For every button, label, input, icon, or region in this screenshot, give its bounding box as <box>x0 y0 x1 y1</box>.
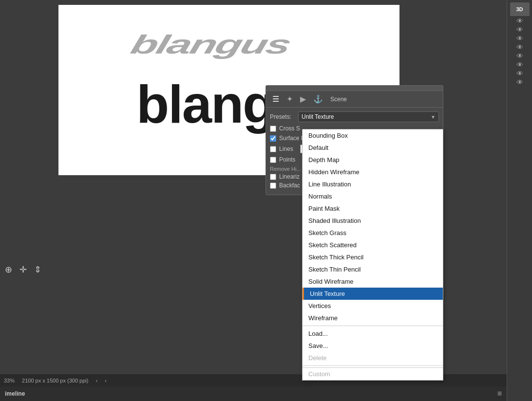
panel-title <box>266 86 443 91</box>
bottom-bar: imeline ≡ <box>0 386 507 401</box>
hamburger-icon[interactable]: ≡ <box>497 389 502 398</box>
scale-icon[interactable]: ⇕ <box>34 264 41 275</box>
3d-button[interactable]: 3D <box>510 2 530 16</box>
eye-icon-5[interactable]: 👁 <box>516 52 523 60</box>
zoom-level: 33% <box>4 378 15 383</box>
dropdown-action-load[interactable]: Load... <box>303 328 443 340</box>
dropdown-item-sketch-grass[interactable]: Sketch Grass <box>303 227 443 239</box>
dropdown-separator-1 <box>303 326 443 326</box>
eye-icon-2[interactable]: 👁 <box>516 26 523 34</box>
timeline-label: imeline <box>5 390 25 397</box>
lines-label: Lines <box>279 146 293 152</box>
presets-dropdown-list[interactable]: Bounding Box Default Depth Map Hidden Wi… <box>302 129 443 381</box>
transform-icons-group: ⊕ ✛ ⇕ <box>5 264 41 275</box>
points-checkbox[interactable] <box>270 157 276 163</box>
camera-tab-icon[interactable]: ▶ <box>298 93 308 105</box>
eye-icon-4[interactable]: 👁 <box>516 43 523 51</box>
eye-icon-8[interactable]: 👁 <box>516 78 523 86</box>
canvas-dimensions: 2100 px x 1500 px (300 ppi) <box>22 378 88 383</box>
presets-label: Presets: <box>270 113 294 120</box>
dropdown-item-shaded-illustration[interactable]: Shaded Illustration <box>303 215 443 227</box>
dropdown-item-solid-wireframe[interactable]: Solid Wireframe <box>303 275 443 288</box>
dropdown-action-save[interactable]: Save... <box>303 340 443 352</box>
dropdown-item-paint-mask[interactable]: Paint Mask <box>303 202 443 215</box>
dropdown-action-delete[interactable]: Delete <box>303 352 443 364</box>
presets-value: Unlit Texture <box>302 113 334 120</box>
dropdown-item-sketch-thick-pencil[interactable]: Sketch Thick Pencil <box>303 251 443 263</box>
backface-checkbox[interactable] <box>270 182 276 189</box>
dropdown-item-hidden-wireframe[interactable]: Hidden Wireframe <box>303 166 443 178</box>
eye-icon-1[interactable]: 👁 <box>516 17 523 25</box>
dropdown-arrow-icon: ▼ <box>431 114 436 120</box>
dropdown-item-sketch-thin-pencil[interactable]: Sketch Thin Pencil <box>303 263 443 275</box>
presets-dropdown[interactable]: Unlit Texture ▼ <box>298 111 439 122</box>
rotate-icon[interactable]: ⊕ <box>5 264 12 275</box>
anchor-tab-icon[interactable]: ⚓ <box>311 93 325 105</box>
backface-label: Backfac <box>279 182 300 189</box>
lineariz-label: Lineariz <box>279 173 300 180</box>
dropdown-item-depth-map[interactable]: Depth Map <box>303 154 443 166</box>
panel-tabs: ☰ ✦ ▶ ⚓ Scene <box>266 91 443 108</box>
nav-arrow-right[interactable]: › <box>95 378 97 383</box>
dropdown-separator-2 <box>303 365 443 366</box>
eye-icon-7[interactable]: 👁 <box>516 70 523 77</box>
dropdown-item-wireframe[interactable]: Wireframe <box>303 312 443 324</box>
cross-section-label: Cross S <box>279 125 300 132</box>
lines-checkbox[interactable] <box>270 146 276 152</box>
dropdown-item-default[interactable]: Default <box>303 142 443 154</box>
dropdown-item-bounding-box[interactable]: Bounding Box <box>303 129 443 142</box>
dropdown-item-vertices[interactable]: Vertices <box>303 300 443 312</box>
dropdown-item-sketch-scattered[interactable]: Sketch Scattered <box>303 239 443 251</box>
nav-arrow-left[interactable]: ‹ <box>105 378 107 383</box>
blangus-shadow-text: blangus <box>128 30 294 60</box>
presets-row: Presets: Unlit Texture ▼ <box>270 111 439 122</box>
lineariz-checkbox[interactable] <box>270 174 276 180</box>
points-label: Points <box>279 156 295 163</box>
settings-tab-icon[interactable]: ☰ <box>270 93 282 105</box>
surface-depth-checkbox[interactable] <box>270 135 276 142</box>
dropdown-item-line-illustration[interactable]: Line Illustration <box>303 178 443 190</box>
eye-icon-6[interactable]: 👁 <box>516 61 523 69</box>
eye-icon-3[interactable]: 👁 <box>516 35 523 42</box>
cross-section-checkbox[interactable] <box>270 126 276 132</box>
dropdown-item-normals[interactable]: Normals <box>303 190 443 202</box>
right-panel: 3D 👁 👁 👁 👁 👁 👁 👁 👁 <box>507 0 532 401</box>
dropdown-item-custom[interactable]: Custom <box>303 367 443 380</box>
move-icon[interactable]: ✛ <box>19 264 27 275</box>
scene-label: Scene <box>330 96 347 103</box>
dropdown-item-unlit-texture[interactable]: Unlit Texture <box>303 288 443 300</box>
effects-tab-icon[interactable]: ✦ <box>284 93 295 105</box>
